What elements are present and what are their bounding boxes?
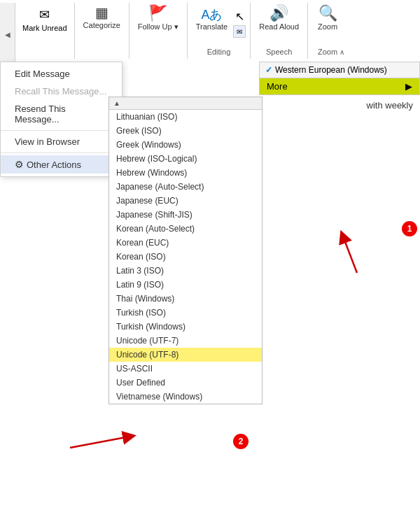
mark-unread-icon: ✉: [39, 7, 50, 22]
zoom-icon: 🔍: [318, 6, 337, 21]
recall-message-item: Recall This Message...: [1, 83, 122, 100]
encoding-more-label: More: [267, 81, 288, 92]
encoding-more-arrow: ▶: [405, 81, 412, 92]
encoding-checkmark: ✓: [265, 65, 272, 75]
annotation-circle-1: 1: [402, 221, 417, 236]
translate-label: Translate: [196, 22, 227, 31]
lang-scroll-up-icon: ▲: [113, 99, 120, 107]
categorize-section: ▦ Categorize: [75, 3, 130, 59]
other-actions-item[interactable]: ⚙ Other Actions: [1, 155, 122, 173]
context-menu: Edit Message Recall This Message... Rese…: [0, 62, 122, 177]
read-aloud-label: Read Aloud: [259, 22, 299, 31]
lang-item-4[interactable]: Hebrew (Windows): [109, 166, 262, 180]
translate-button[interactable]: Aあ Translate: [192, 6, 232, 34]
lang-item-2[interactable]: Greek (Windows): [109, 138, 262, 152]
encoding-more-button[interactable]: More ▶: [260, 78, 419, 94]
lang-item-15[interactable]: Turkish (Windows): [109, 320, 262, 334]
editing-section: Aあ Translate ↖ ✉ Editing: [188, 3, 251, 59]
lang-item-6[interactable]: Japanese (EUC): [109, 194, 262, 208]
ribbon: ◀ ✉ Mark Unread ▦ Categorize 🚩 Follow Up…: [0, 0, 420, 63]
lang-item-18[interactable]: US-ASCII: [109, 362, 262, 376]
categorize-button[interactable]: ▦ Categorize: [79, 3, 125, 33]
zoom-label: Zoom: [318, 22, 337, 31]
lang-item-1[interactable]: Greek (ISO): [109, 124, 262, 138]
cursor-icon: ↖: [235, 10, 244, 23]
lang-item-16[interactable]: Unicode (UTF-7): [109, 334, 262, 348]
edit-message-item[interactable]: Edit Message: [1, 65, 122, 83]
lang-item-3[interactable]: Hebrew (ISO-Logical): [109, 152, 262, 166]
translate-icon: Aあ: [201, 8, 222, 21]
lang-item-10[interactable]: Korean (ISO): [109, 250, 262, 264]
language-dropdown: ▲ Lithuanian (ISO) Greek (ISO) Greek (Wi…: [108, 97, 262, 404]
context-menu-divider-2: [1, 153, 122, 153]
email-body-right: with weekly: [367, 100, 413, 111]
zoom-section: 🔍 Zoom Zoom ∧: [308, 3, 347, 59]
ribbon-collapse: ◀: [0, 3, 15, 66]
resend-message-item[interactable]: Resend This Message...: [1, 100, 122, 128]
speech-label: Speech: [251, 48, 307, 56]
context-menu-divider: [1, 130, 122, 131]
mark-unread-label: Mark Unread: [22, 24, 67, 33]
speech-section: 🔊 Read Aloud Speech: [251, 3, 308, 59]
follow-up-label: Follow Up ▾: [138, 22, 178, 31]
encoding-selected-row: ✓ Western European (Windows): [260, 62, 419, 78]
lang-dropdown-header: ▲: [109, 97, 262, 110]
categorize-label: Categorize: [83, 21, 120, 30]
encoding-selected-label: Western European (Windows): [275, 65, 387, 75]
view-browser-item[interactable]: View in Browser: [1, 133, 122, 150]
categorize-icon: ▦: [95, 6, 108, 20]
lang-item-0[interactable]: Lithuanian (ISO): [109, 110, 262, 124]
lang-item-14[interactable]: Turkish (ISO): [109, 306, 262, 320]
encoding-panel: ✓ Western European (Windows) More ▶: [259, 62, 420, 95]
lang-item-11[interactable]: Latin 3 (ISO): [109, 264, 262, 278]
follow-up-button[interactable]: 🚩 Follow Up ▾: [134, 3, 183, 34]
expand-icon: ∧: [340, 48, 344, 56]
other-actions-icon: ⚙: [15, 159, 24, 170]
lang-item-19[interactable]: User Defined: [109, 376, 262, 390]
lang-item-8[interactable]: Korean (Auto-Select): [109, 222, 262, 236]
follow-up-icon: 🚩: [148, 6, 167, 21]
lang-item-7[interactable]: Japanese (Shift-JIS): [109, 208, 262, 222]
translate-extra-icon: ✉: [233, 25, 246, 38]
collapse-icon: ◀: [5, 31, 10, 38]
read-aloud-icon: 🔊: [270, 6, 288, 21]
read-aloud-button[interactable]: 🔊 Read Aloud: [255, 3, 303, 34]
lang-item-12[interactable]: Latin 9 (ISO): [109, 278, 262, 292]
zoom-button[interactable]: 🔍 Zoom: [312, 3, 343, 34]
other-actions-label: Other Actions: [27, 160, 81, 170]
mark-unread-button[interactable]: ✉ Mark Unread: [20, 3, 70, 34]
annotation-circle-2: 2: [233, 434, 248, 449]
mark-unread-section: ✉ Mark Unread: [15, 3, 75, 59]
follow-up-section: 🚩 Follow Up ▾: [130, 3, 188, 59]
lang-item-17[interactable]: Unicode (UTF-8): [109, 348, 262, 362]
lang-item-20[interactable]: Vietnamese (Windows): [109, 390, 262, 404]
lang-item-9[interactable]: Korean (EUC): [109, 236, 262, 250]
lang-item-5[interactable]: Japanese (Auto-Select): [109, 180, 262, 194]
lang-item-13[interactable]: Thai (Windows): [109, 292, 262, 306]
editing-label: Editing: [188, 48, 250, 56]
